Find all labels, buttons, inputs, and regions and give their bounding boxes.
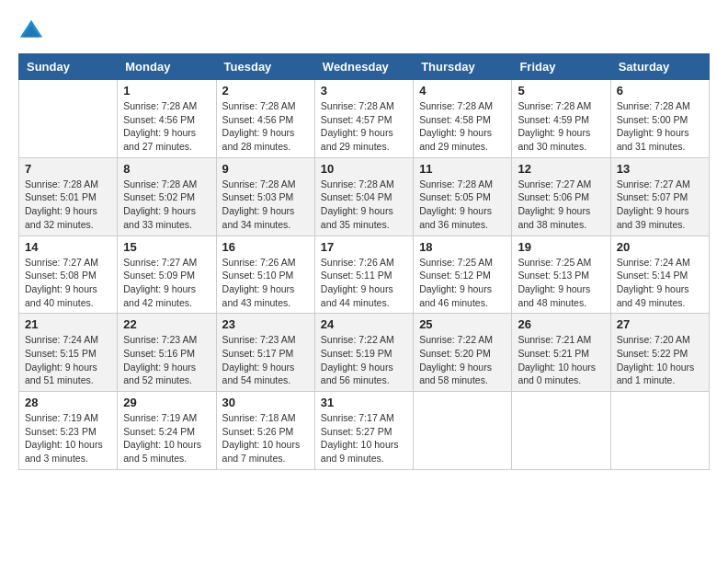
day-number: 8	[123, 162, 210, 176]
day-number: 15	[123, 240, 210, 254]
calendar-week-5: 28Sunrise: 7:19 AMSunset: 5:23 PMDayligh…	[19, 392, 710, 470]
calendar-cell: 8Sunrise: 7:28 AMSunset: 5:02 PMDaylight…	[118, 157, 216, 236]
day-info: Sunrise: 7:23 AMSunset: 5:16 PMDaylight:…	[123, 333, 210, 387]
calendar-cell: 5Sunrise: 7:28 AMSunset: 4:59 PMDaylight…	[512, 80, 610, 158]
calendar-week-2: 7Sunrise: 7:28 AMSunset: 5:01 PMDaylight…	[19, 157, 710, 236]
calendar-cell: 31Sunrise: 7:17 AMSunset: 5:27 PMDayligh…	[314, 392, 413, 470]
calendar-cell	[19, 80, 118, 158]
day-number: 26	[518, 317, 604, 331]
day-number: 21	[25, 317, 111, 331]
calendar-cell: 2Sunrise: 7:28 AMSunset: 4:56 PMDaylight…	[216, 80, 314, 158]
day-info: Sunrise: 7:26 AMSunset: 5:10 PMDaylight:…	[222, 256, 309, 310]
day-info: Sunrise: 7:27 AMSunset: 5:07 PMDaylight:…	[617, 178, 703, 232]
calendar-cell: 17Sunrise: 7:26 AMSunset: 5:11 PMDayligh…	[314, 236, 413, 314]
calendar-cell: 1Sunrise: 7:28 AMSunset: 4:56 PMDaylight…	[118, 80, 216, 158]
day-number: 3	[321, 84, 407, 98]
calendar-cell: 21Sunrise: 7:24 AMSunset: 5:15 PMDayligh…	[19, 314, 118, 392]
calendar-cell: 11Sunrise: 7:28 AMSunset: 5:05 PMDayligh…	[414, 157, 512, 236]
day-info: Sunrise: 7:24 AMSunset: 5:14 PMDaylight:…	[617, 256, 703, 310]
calendar-week-4: 21Sunrise: 7:24 AMSunset: 5:15 PMDayligh…	[19, 314, 710, 392]
day-number: 31	[321, 396, 407, 409]
day-info: Sunrise: 7:18 AMSunset: 5:26 PMDaylight:…	[222, 411, 309, 465]
day-number: 6	[617, 84, 703, 98]
day-info: Sunrise: 7:28 AMSunset: 5:03 PMDaylight:…	[222, 178, 309, 232]
day-number: 25	[419, 317, 506, 331]
day-number: 12	[518, 162, 604, 176]
calendar-cell: 23Sunrise: 7:23 AMSunset: 5:17 PMDayligh…	[216, 314, 314, 392]
day-info: Sunrise: 7:28 AMSunset: 4:57 PMDaylight:…	[321, 99, 407, 154]
day-info: Sunrise: 7:27 AMSunset: 5:09 PMDaylight:…	[123, 256, 210, 310]
day-number: 17	[321, 240, 407, 254]
day-info: Sunrise: 7:22 AMSunset: 5:20 PMDaylight:…	[419, 333, 506, 387]
day-info: Sunrise: 7:25 AMSunset: 5:13 PMDaylight:…	[518, 256, 604, 310]
calendar-cell: 9Sunrise: 7:28 AMSunset: 5:03 PMDaylight…	[216, 157, 314, 236]
day-number: 27	[617, 317, 703, 331]
day-number: 11	[419, 162, 506, 176]
day-number: 7	[25, 162, 111, 176]
day-info: Sunrise: 7:24 AMSunset: 5:15 PMDaylight:…	[25, 333, 111, 387]
calendar-cell: 24Sunrise: 7:22 AMSunset: 5:19 PMDayligh…	[314, 314, 413, 392]
day-info: Sunrise: 7:25 AMSunset: 5:12 PMDaylight:…	[419, 256, 506, 310]
calendar-cell: 15Sunrise: 7:27 AMSunset: 5:09 PMDayligh…	[118, 236, 216, 314]
day-info: Sunrise: 7:28 AMSunset: 5:04 PMDaylight:…	[321, 178, 407, 232]
calendar-cell: 26Sunrise: 7:21 AMSunset: 5:21 PMDayligh…	[512, 314, 610, 392]
calendar-body: 1Sunrise: 7:28 AMSunset: 4:56 PMDaylight…	[19, 80, 710, 470]
day-info: Sunrise: 7:28 AMSunset: 5:02 PMDaylight:…	[123, 178, 210, 232]
day-info: Sunrise: 7:17 AMSunset: 5:27 PMDaylight:…	[321, 411, 407, 465]
day-number: 13	[617, 162, 703, 176]
calendar-cell: 16Sunrise: 7:26 AMSunset: 5:10 PMDayligh…	[216, 236, 314, 314]
day-number: 22	[123, 317, 210, 331]
calendar-cell: 6Sunrise: 7:28 AMSunset: 5:00 PMDaylight…	[610, 80, 709, 158]
calendar-cell: 7Sunrise: 7:28 AMSunset: 5:01 PMDaylight…	[19, 157, 118, 236]
calendar-cell: 3Sunrise: 7:28 AMSunset: 4:57 PMDaylight…	[314, 80, 413, 158]
weekday-header-wednesday: Wednesday	[314, 54, 413, 80]
calendar-cell: 27Sunrise: 7:20 AMSunset: 5:22 PMDayligh…	[610, 314, 709, 392]
calendar-week-1: 1Sunrise: 7:28 AMSunset: 4:56 PMDaylight…	[19, 80, 710, 158]
calendar-cell: 29Sunrise: 7:19 AMSunset: 5:24 PMDayligh…	[118, 392, 216, 470]
day-info: Sunrise: 7:28 AMSunset: 4:58 PMDaylight:…	[419, 99, 506, 154]
day-info: Sunrise: 7:19 AMSunset: 5:24 PMDaylight:…	[123, 411, 210, 465]
calendar-cell	[414, 392, 512, 470]
day-info: Sunrise: 7:28 AMSunset: 5:05 PMDaylight:…	[419, 178, 506, 232]
day-info: Sunrise: 7:28 AMSunset: 4:59 PMDaylight:…	[518, 99, 604, 154]
calendar-cell: 28Sunrise: 7:19 AMSunset: 5:23 PMDayligh…	[19, 392, 118, 470]
calendar-header: SundayMondayTuesdayWednesdayThursdayFrid…	[19, 54, 710, 80]
calendar-table: SundayMondayTuesdayWednesdayThursdayFrid…	[18, 53, 710, 470]
calendar-cell: 25Sunrise: 7:22 AMSunset: 5:20 PMDayligh…	[414, 314, 512, 392]
day-info: Sunrise: 7:28 AMSunset: 5:00 PMDaylight:…	[617, 99, 703, 154]
day-number: 14	[25, 240, 111, 254]
day-info: Sunrise: 7:28 AMSunset: 4:56 PMDaylight:…	[123, 99, 210, 154]
day-number: 18	[419, 240, 506, 254]
day-info: Sunrise: 7:28 AMSunset: 5:01 PMDaylight:…	[25, 178, 111, 232]
day-number: 23	[222, 317, 309, 331]
calendar-cell: 14Sunrise: 7:27 AMSunset: 5:08 PMDayligh…	[19, 236, 118, 314]
calendar-cell: 18Sunrise: 7:25 AMSunset: 5:12 PMDayligh…	[414, 236, 512, 314]
day-number: 24	[321, 317, 407, 331]
calendar-cell	[610, 392, 709, 470]
calendar-cell: 10Sunrise: 7:28 AMSunset: 5:04 PMDayligh…	[314, 157, 413, 236]
weekday-row: SundayMondayTuesdayWednesdayThursdayFrid…	[19, 54, 710, 80]
day-number: 19	[518, 240, 604, 254]
day-info: Sunrise: 7:22 AMSunset: 5:19 PMDaylight:…	[321, 333, 407, 387]
calendar-cell: 4Sunrise: 7:28 AMSunset: 4:58 PMDaylight…	[414, 80, 512, 158]
day-number: 4	[419, 84, 506, 98]
day-info: Sunrise: 7:20 AMSunset: 5:22 PMDaylight:…	[617, 333, 703, 387]
day-info: Sunrise: 7:19 AMSunset: 5:23 PMDaylight:…	[25, 411, 111, 465]
day-info: Sunrise: 7:26 AMSunset: 5:11 PMDaylight:…	[321, 256, 407, 310]
weekday-header-saturday: Saturday	[610, 54, 709, 80]
day-info: Sunrise: 7:21 AMSunset: 5:21 PMDaylight:…	[518, 333, 604, 387]
calendar-cell: 22Sunrise: 7:23 AMSunset: 5:16 PMDayligh…	[118, 314, 216, 392]
calendar-cell: 19Sunrise: 7:25 AMSunset: 5:13 PMDayligh…	[512, 236, 610, 314]
calendar-week-3: 14Sunrise: 7:27 AMSunset: 5:08 PMDayligh…	[19, 236, 710, 314]
day-info: Sunrise: 7:27 AMSunset: 5:08 PMDaylight:…	[25, 256, 111, 310]
day-number: 10	[321, 162, 407, 176]
calendar-cell: 12Sunrise: 7:27 AMSunset: 5:06 PMDayligh…	[512, 157, 610, 236]
page-header	[18, 18, 710, 44]
calendar-cell: 20Sunrise: 7:24 AMSunset: 5:14 PMDayligh…	[610, 236, 709, 314]
day-number: 1	[123, 84, 210, 98]
weekday-header-monday: Monday	[118, 54, 216, 80]
day-number: 28	[25, 396, 111, 409]
weekday-header-sunday: Sunday	[19, 54, 118, 80]
day-info: Sunrise: 7:27 AMSunset: 5:06 PMDaylight:…	[518, 178, 604, 232]
day-number: 20	[617, 240, 703, 254]
